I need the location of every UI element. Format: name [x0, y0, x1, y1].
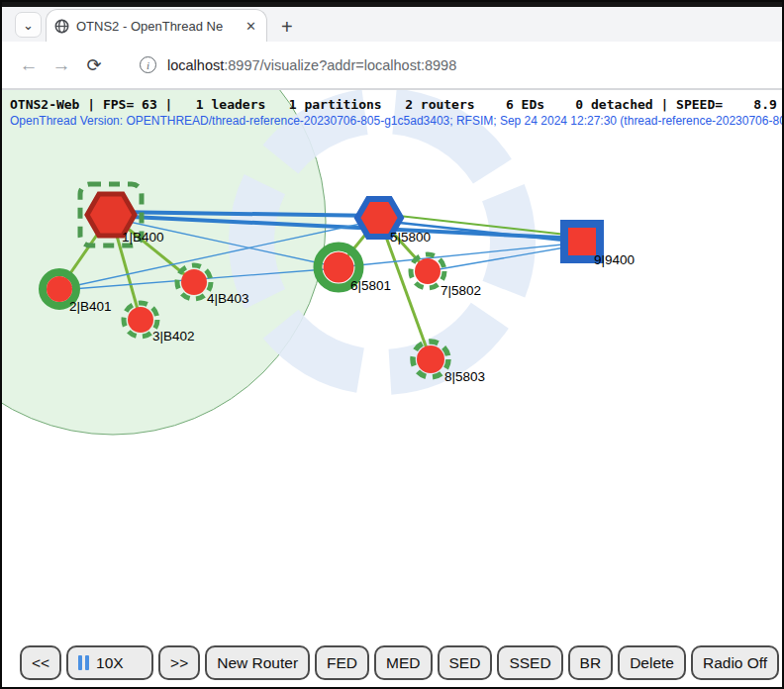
- forward-button[interactable]: →: [49, 54, 74, 76]
- rewind-button[interactable]: <<: [20, 645, 61, 680]
- link-6-9: [339, 243, 582, 267]
- node-label: 7|5802: [441, 283, 481, 298]
- ssed-button[interactable]: SSED: [497, 645, 562, 680]
- simulation-canvas[interactable]: OTNS2-Web | FPS= 63 | 1 leaders 1 partit…: [2, 90, 782, 687]
- node-label: 3|B402: [152, 329, 195, 344]
- node-label: 6|5801: [350, 278, 391, 293]
- node-label: 5|5800: [390, 230, 431, 245]
- browser-tab[interactable]: OTNS2 - OpenThread Ne ✕: [46, 9, 267, 42]
- tab-title: OTNS2 - OpenThread Ne: [76, 19, 237, 34]
- url-host: localhost: [167, 57, 224, 73]
- url-path: :8997/visualize?addr=localhost:8998: [224, 57, 456, 73]
- br-button[interactable]: BR: [568, 645, 614, 680]
- site-info-icon[interactable]: i: [140, 56, 156, 73]
- node-label: 4|B403: [207, 291, 249, 306]
- fed-button[interactable]: FED: [315, 645, 369, 680]
- globe-icon: [54, 19, 69, 34]
- delete-button[interactable]: Delete: [618, 645, 686, 680]
- med-button[interactable]: MED: [374, 645, 432, 680]
- back-button[interactable]: ←: [16, 54, 42, 76]
- node-label: 1|B400: [122, 230, 164, 245]
- node-label: 8|5803: [444, 369, 485, 384]
- openthread-version-line: OpenThread Version: OPENTHREAD/thread-re…: [10, 114, 782, 128]
- network-graph[interactable]: 1|B400 2|B401 3|B402 4|B403 5|5800 6|580…: [2, 90, 782, 687]
- sed-button[interactable]: SED: [438, 645, 493, 680]
- pause-icon: [78, 655, 89, 670]
- chevron-down-icon: ⌄: [23, 18, 34, 33]
- node-label: 2|B401: [69, 299, 112, 314]
- tab-strip: ⌄ OTNS2 - OpenThread Ne ✕ +: [2, 7, 782, 42]
- navigation-bar: ← → ⟳ i localhost:8997/visualize?addr=lo…: [2, 42, 782, 90]
- radio-off-button[interactable]: Radio Off: [691, 645, 779, 680]
- simulator-toolbar: << 10X >> New Router FED MED SED SSED BR…: [20, 645, 782, 680]
- node-7-ed[interactable]: [411, 254, 444, 288]
- speed-label: 10X: [96, 654, 124, 671]
- speed-button[interactable]: 10X: [66, 645, 153, 680]
- new-router-button[interactable]: New Router: [205, 645, 310, 680]
- simulator-status-line: OTNS2-Web | FPS= 63 | 1 leaders 1 partit…: [10, 97, 777, 112]
- browser-window: ⌄ OTNS2 - OpenThread Ne ✕ + ← → ⟳ i loca…: [0, 0, 784, 689]
- tab-close-button[interactable]: ✕: [244, 19, 258, 34]
- fast-forward-button[interactable]: >>: [158, 645, 200, 680]
- reload-button[interactable]: ⟳: [81, 54, 107, 76]
- new-tab-button[interactable]: +: [281, 20, 293, 34]
- address-bar[interactable]: localhost:8997/visualize?addr=localhost:…: [167, 57, 456, 73]
- node-label: 9|9400: [594, 252, 635, 267]
- tab-search-button[interactable]: ⌄: [15, 12, 42, 38]
